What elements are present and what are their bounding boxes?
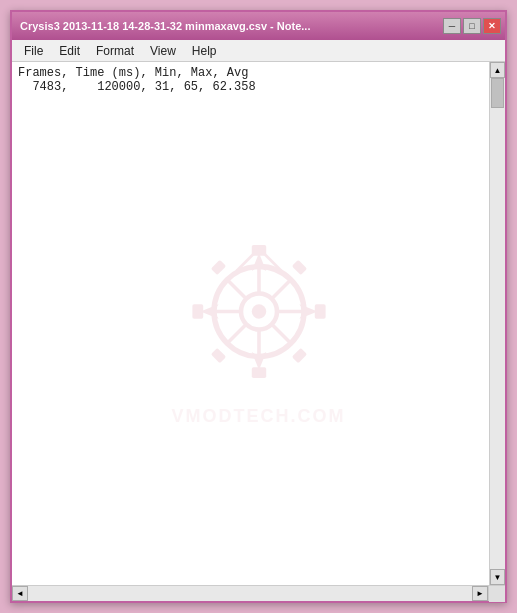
text-editor[interactable]: Frames, Time (ms), Min, Max, Avg 7483, 1… bbox=[12, 62, 489, 585]
menu-bar: File Edit Format View Help bbox=[12, 40, 505, 62]
close-button[interactable]: ✕ bbox=[483, 18, 501, 34]
minimize-button[interactable]: ─ bbox=[443, 18, 461, 34]
window-controls: ─ □ ✕ bbox=[443, 18, 501, 34]
bottom-area: ◄ ► bbox=[12, 585, 505, 601]
menu-help[interactable]: Help bbox=[184, 42, 225, 60]
menu-file[interactable]: File bbox=[16, 42, 51, 60]
content-area: Frames, Time (ms), Min, Max, Avg 7483, 1… bbox=[12, 62, 505, 585]
window-title: Crysis3 2013-11-18 14-28-31-32 minmaxavg… bbox=[20, 20, 443, 32]
scroll-up-button[interactable]: ▲ bbox=[490, 62, 505, 78]
scroll-right-button[interactable]: ► bbox=[472, 586, 488, 601]
text-line1: Frames, Time (ms), Min, Max, Avg bbox=[18, 66, 248, 80]
scroll-thumb-v[interactable] bbox=[491, 78, 504, 108]
menu-format[interactable]: Format bbox=[88, 42, 142, 60]
maximize-button[interactable]: □ bbox=[463, 18, 481, 34]
scroll-track-v[interactable] bbox=[490, 78, 505, 569]
notepad-window: Crysis3 2013-11-18 14-28-31-32 minmaxavg… bbox=[10, 10, 507, 603]
scroll-down-button[interactable]: ▼ bbox=[490, 569, 505, 585]
scroll-track-h[interactable] bbox=[28, 586, 472, 601]
text-line2: 7483, 120000, 31, 65, 62.358 bbox=[18, 80, 256, 94]
vertical-scrollbar[interactable]: ▲ ▼ bbox=[489, 62, 505, 585]
menu-edit[interactable]: Edit bbox=[51, 42, 88, 60]
scrollbar-corner bbox=[489, 586, 505, 602]
scroll-left-button[interactable]: ◄ bbox=[12, 586, 28, 601]
menu-view[interactable]: View bbox=[142, 42, 184, 60]
horizontal-scrollbar[interactable]: ◄ ► bbox=[12, 586, 489, 601]
title-bar: Crysis3 2013-11-18 14-28-31-32 minmaxavg… bbox=[12, 12, 505, 40]
